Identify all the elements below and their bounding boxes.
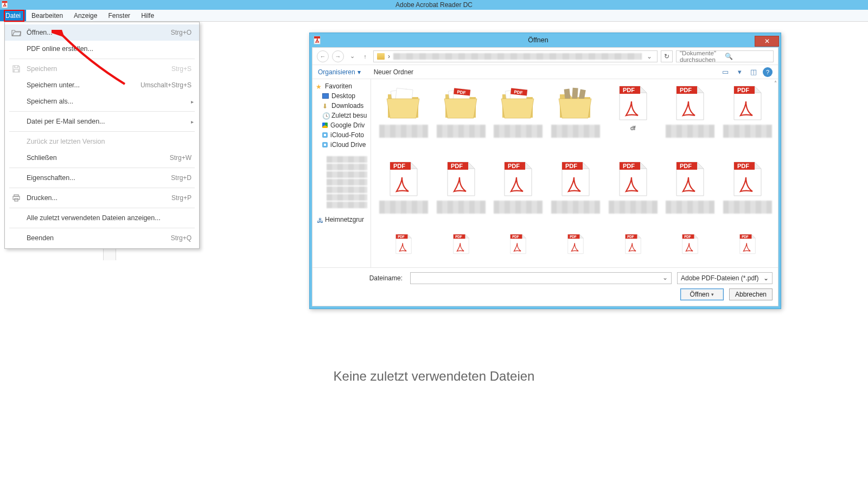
menu-save-as-shortcut: Umschalt+Strg+S [141, 81, 192, 89]
tree-network[interactable]: 🖧Heimnetzgrur [312, 215, 371, 224]
acrobat-icon [313, 36, 322, 44]
file-item-folder[interactable] [547, 84, 604, 156]
file-item-label-redacted [609, 201, 658, 214]
file-item-pdf[interactable]: PDF [662, 233, 719, 255]
menu-fenster[interactable]: Fenster [103, 10, 136, 21]
nav-recent-button[interactable]: ⌄ [347, 50, 357, 62]
file-item-pdf[interactable]: PDF [719, 159, 776, 232]
file-item-pdf[interactable]: PDF [433, 233, 489, 255]
organize-button[interactable]: Organisieren ▾ [318, 68, 361, 76]
desktop-icon [322, 93, 329, 99]
menu-anzeige[interactable]: Anzeige [68, 10, 103, 21]
menu-send-mail[interactable]: Datei per E-Mail senden... [5, 113, 199, 130]
help-icon: ? [766, 69, 769, 75]
dialog-cancel-button[interactable]: Abbrechen [729, 288, 773, 300]
tree-recent[interactable]: 🕓Zuletzt besu [312, 111, 371, 120]
menu-bearbeiten[interactable]: Bearbeiten [26, 10, 68, 21]
file-item-pdf[interactable]: PDF df [605, 84, 661, 156]
file-item-label-redacted [666, 201, 714, 214]
tree-downloads[interactable]: ⬇Downloads [312, 101, 371, 111]
menu-save-as[interactable]: Speichern unter... Umschalt+Strg+S [5, 77, 199, 93]
file-item-folder[interactable]: PDF [490, 84, 546, 156]
dialog-cancel-label: Abbrechen [735, 291, 767, 298]
menu-open[interactable]: Öffnen... Strg+O [5, 24, 199, 41]
pdf-icon: PDF [384, 159, 424, 198]
view-dropdown-button[interactable]: ▾ [733, 67, 745, 78]
menu-separator [9, 188, 195, 188]
pdf-icon: PDF [670, 159, 710, 198]
dialog-search-input[interactable]: "Dokumente" durchsuchen 🔍 [676, 50, 774, 62]
folder-icon [384, 84, 424, 123]
menu-pdf-online[interactable]: PDF online erstellen... [5, 41, 199, 57]
file-item-folder[interactable]: PDF [433, 84, 489, 156]
file-item-pdf[interactable]: PDF [719, 84, 776, 156]
nav-forward-button[interactable]: → [332, 50, 344, 62]
menu-print-shortcut: Strg+P [171, 194, 192, 202]
star-icon: ★ [316, 83, 322, 89]
menu-properties[interactable]: Eigenschaften... Strg+D [5, 170, 199, 186]
dialog-open-button[interactable]: Öffnen ▾ [680, 288, 724, 300]
view-mode-button[interactable]: ▭ [719, 67, 731, 78]
save-icon [10, 64, 22, 74]
pdf-icon: PDF [613, 159, 653, 198]
pdf-icon: PDF [441, 159, 481, 198]
file-item-label-redacted [494, 201, 542, 214]
nav-refresh-button[interactable]: ↻ [661, 50, 673, 62]
tree-recent-label: Zuletzt besu [331, 112, 367, 119]
open-dialog: Öffnen ✕ ← → ⌄ ↑ › ⌄ ↻ "Dokumente" durch… [309, 33, 781, 309]
menu-open-label: Öffnen... [27, 29, 171, 36]
preview-pane-button[interactable]: ◫ [748, 67, 760, 78]
menu-recent-all[interactable]: Alle zuletzt verwendeten Dateien anzeige… [5, 210, 199, 226]
menu-separator [9, 228, 195, 228]
nav-back-button[interactable]: ← [317, 50, 329, 62]
file-item-pdf[interactable]: PDF [547, 159, 604, 232]
chevron-down-icon: ▾ [738, 68, 742, 76]
menu-hilfe[interactable]: Hilfe [136, 10, 159, 21]
tree-gdrive[interactable]: Google Driv [312, 120, 371, 130]
tree-desktop[interactable]: Desktop [312, 91, 371, 101]
tree-network-label: Heimnetzgrur [325, 216, 364, 223]
file-item-pdf[interactable]: PDF [375, 159, 432, 232]
menu-datei[interactable]: Datei [0, 10, 26, 21]
printer-icon [10, 193, 22, 203]
file-item-pdf[interactable]: PDF [490, 233, 546, 255]
scroll-up-icon[interactable]: ˄ [774, 80, 777, 86]
file-item-pdf[interactable]: PDF [433, 159, 489, 232]
filetype-select[interactable]: Adobe PDF-Dateien (*.pdf) ⌄ [677, 272, 773, 284]
menu-save-as-type[interactable]: Speichern als... [5, 93, 199, 110]
new-folder-button[interactable]: Neuer Ordner [374, 68, 413, 76]
file-item-pdf[interactable]: PDF [719, 233, 776, 255]
file-item-folder[interactable] [375, 84, 432, 156]
file-item-pdf[interactable]: PDF [605, 233, 661, 255]
menu-separator [9, 59, 195, 59]
file-item-pdf[interactable]: PDF [662, 159, 719, 232]
file-list[interactable]: ˄ PDF PDF PDF df [371, 79, 778, 267]
svg-rect-3 [13, 196, 20, 200]
pdf-icon: PDF [727, 84, 768, 123]
help-button[interactable]: ? [763, 67, 773, 77]
file-item-pdf[interactable]: PDF [547, 233, 604, 255]
arrow-right-icon: → [335, 53, 341, 60]
file-item-pdf[interactable]: PDF [662, 84, 719, 156]
menu-print[interactable]: Drucken... Strg+P [5, 190, 199, 206]
folder-open-icon [10, 28, 22, 37]
file-item-pdf[interactable]: PDF [375, 233, 432, 255]
file-item-pdf[interactable]: PDF [605, 159, 661, 232]
breadcrumb[interactable]: › ⌄ [373, 50, 658, 62]
svg-text:PDF: PDF [512, 235, 519, 239]
menu-close-label: Schließen [27, 154, 170, 162]
nav-up-button[interactable]: ↑ [360, 50, 370, 62]
tree-icloud-photo[interactable]: iCloud-Foto [312, 130, 371, 140]
dialog-close-button[interactable]: ✕ [755, 36, 779, 47]
dialog-titlebar[interactable]: Öffnen ✕ [310, 33, 781, 47]
menu-separator [9, 168, 195, 168]
menu-save-shortcut: Strg+S [171, 65, 192, 73]
menu-quit[interactable]: Beenden Strg+Q [5, 230, 199, 246]
menu-close[interactable]: Schließen Strg+W [5, 150, 199, 166]
file-item-pdf[interactable]: PDF [490, 159, 546, 232]
icloud-icon [322, 142, 328, 147]
tree-favorites[interactable]: ★ Favoriten [312, 81, 371, 91]
menu-save: Speichern Strg+S [5, 61, 199, 77]
filename-input[interactable] [410, 272, 672, 284]
tree-icloud-drive[interactable]: iCloud Drive [312, 140, 371, 150]
